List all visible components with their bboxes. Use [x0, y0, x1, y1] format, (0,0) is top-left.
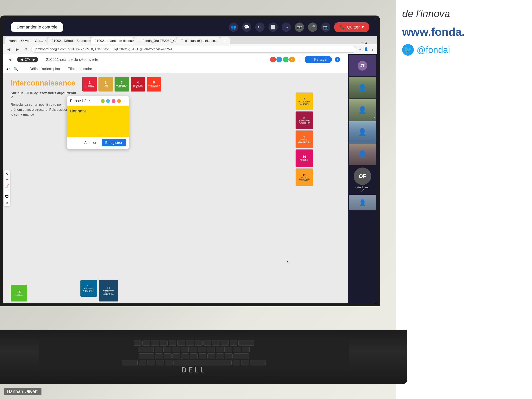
key[interactable] [172, 354, 180, 359]
back-button[interactable]: ◀ [6, 46, 12, 52]
effacer-cadre-button[interactable]: Effacer le cadre [66, 66, 94, 72]
settings-icon[interactable]: ⋮ [371, 47, 374, 51]
tab-item-active[interactable]: 210921-séance de découverte ✕ [91, 37, 133, 44]
key-tab[interactable] [138, 347, 154, 352]
key[interactable] [165, 360, 172, 366]
key-backspace[interactable] [238, 340, 254, 346]
key[interactable] [225, 354, 233, 359]
new-tab-button[interactable]: + [220, 37, 230, 44]
key[interactable] [198, 347, 206, 352]
refresh-button[interactable]: ↻ [22, 46, 29, 52]
key[interactable] [233, 360, 240, 366]
sticky-note-icon[interactable]: 📝 [5, 183, 9, 188]
key[interactable] [181, 354, 189, 359]
quitter-button[interactable]: 📞 Quitter ▾ [334, 22, 369, 32]
key[interactable] [224, 347, 232, 352]
next-page-button[interactable]: ▶ [32, 57, 35, 62]
demander-controle-button[interactable]: Demander le contrôle [11, 22, 63, 32]
key[interactable] [139, 360, 146, 366]
key[interactable] [147, 360, 155, 366]
tab-item[interactable]: La Fonda_Jeu FE2030_Guide ani... ✕ [134, 37, 177, 44]
key[interactable] [151, 340, 159, 346]
key[interactable] [155, 347, 162, 352]
participants-icon[interactable]: 👥 [229, 22, 238, 32]
tab-item[interactable]: Fil d'actualité | Linkedin... ✕ [177, 37, 220, 44]
key[interactable] [195, 340, 203, 346]
key[interactable] [156, 360, 164, 366]
key[interactable] [190, 354, 198, 359]
more-options-icon[interactable]: ··· [282, 22, 291, 32]
undo-icon[interactable]: ↩ [7, 67, 10, 71]
cancel-button[interactable]: Annuler [81, 139, 99, 146]
pen-tool-icon[interactable]: ✏ [5, 178, 9, 182]
key-shift-right[interactable] [250, 360, 266, 366]
jamboard-canvas[interactable]: Interconnaissance Sur quel ODD agissez-v… [3, 73, 348, 303]
share-button[interactable]: 👤 Partager [305, 56, 332, 63]
zoom-minus-icon[interactable]: − [22, 67, 24, 71]
key[interactable] [207, 354, 215, 359]
key[interactable] [142, 340, 150, 346]
color-orange[interactable] [117, 99, 121, 103]
bookmark-icon[interactable]: ☆ [359, 47, 362, 51]
image-tool-icon[interactable]: 🖼 [5, 195, 9, 199]
arriere-plan-button[interactable]: Définir l'arrière-plan [28, 66, 62, 72]
key[interactable] [207, 347, 215, 352]
account-icon[interactable]: 👤 [364, 47, 368, 51]
key[interactable] [216, 347, 223, 352]
more-options-icon[interactable]: ⋮ [298, 57, 302, 62]
mic-icon[interactable]: 🎤 [308, 22, 317, 32]
key[interactable] [242, 347, 250, 352]
key[interactable] [241, 360, 249, 366]
key[interactable] [230, 340, 237, 346]
tab-item[interactable]: 210921-Déroulé-Séanceleu.docx ✕ [48, 37, 90, 44]
close-icon[interactable]: ✕ [44, 39, 47, 42]
screen-share-icon[interactable]: ⬜ [268, 22, 278, 32]
select-tool-icon[interactable]: ↖ [5, 172, 9, 176]
key[interactable] [221, 340, 229, 346]
key[interactable] [203, 340, 211, 346]
key[interactable] [172, 347, 180, 352]
close-postit-icon[interactable]: ✕ [123, 99, 126, 103]
key[interactable] [155, 354, 163, 359]
key[interactable] [212, 340, 220, 346]
key-space[interactable] [173, 360, 232, 366]
key[interactable] [163, 347, 171, 352]
key[interactable] [164, 354, 171, 359]
prev-page-button[interactable]: ◀ [20, 57, 23, 62]
color-pink[interactable] [112, 99, 115, 103]
save-button[interactable]: Enregistrer [102, 139, 126, 146]
tab-item[interactable]: Hannah Olivetti – Out... ✕ [5, 37, 47, 44]
camera-icon[interactable]: 📷 [295, 22, 304, 32]
zoom-icon[interactable]: 🔍 [13, 67, 18, 71]
info-button[interactable]: i [335, 57, 340, 62]
laser-tool-icon[interactable]: 🔺 [5, 200, 9, 205]
key[interactable] [169, 340, 176, 346]
key[interactable] [216, 354, 224, 359]
key-enter[interactable] [234, 354, 249, 359]
key[interactable] [186, 340, 194, 346]
close-icon[interactable]: ✕ [219, 39, 220, 42]
key-shift-left[interactable] [122, 360, 138, 366]
chat-icon[interactable]: 💬 [242, 22, 251, 32]
key[interactable] [190, 347, 197, 352]
apps-icon[interactable]: ⚙ [255, 22, 265, 32]
video-controls: 👥 💬 ⚙ ⬜ ··· 📷 🎤 📷 📞 Quitter ▾ [229, 22, 369, 32]
color-green[interactable] [101, 99, 105, 103]
back-nav-button[interactable]: ◀ [7, 57, 13, 62]
key[interactable] [134, 340, 141, 346]
more-icon[interactable]: 📷 [321, 22, 330, 32]
key[interactable] [177, 340, 185, 346]
address-bar[interactable]: jamboard.google.com/d/1XIXWYdVMQQ4NeiPlA… [31, 46, 356, 52]
key-caps[interactable] [139, 354, 154, 359]
forward-button[interactable]: ▶ [14, 46, 20, 52]
maximize-icon[interactable]: □ [365, 41, 367, 44]
key[interactable] [233, 347, 241, 352]
key[interactable] [181, 347, 189, 352]
key[interactable] [160, 340, 168, 346]
color-blue[interactable] [106, 99, 110, 103]
postit-body[interactable]: Hannah! [67, 106, 129, 137]
close-window-icon[interactable]: ✕ [369, 41, 371, 44]
minimize-icon[interactable]: ─ [361, 41, 363, 44]
text-tool-icon[interactable]: T [5, 189, 9, 193]
key[interactable] [199, 354, 206, 359]
